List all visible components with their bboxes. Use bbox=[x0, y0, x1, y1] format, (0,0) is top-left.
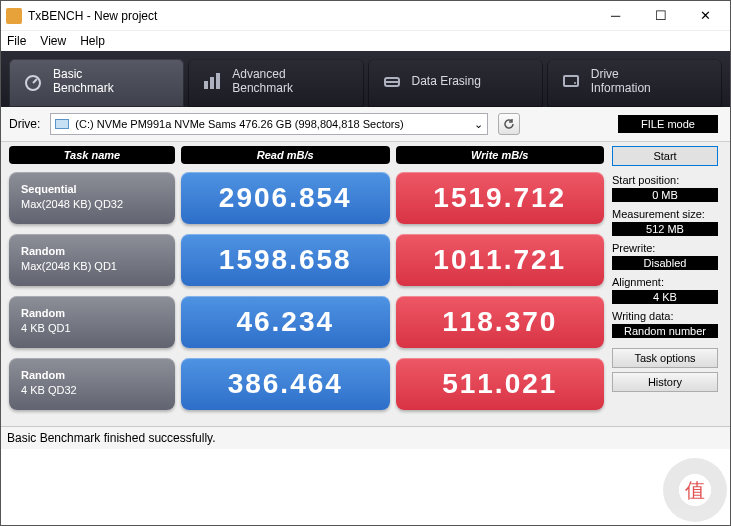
writing-data-label: Writing data: bbox=[612, 310, 718, 322]
svg-rect-3 bbox=[210, 77, 214, 89]
minimize-button[interactable]: ─ bbox=[593, 2, 638, 30]
refresh-button[interactable] bbox=[498, 113, 520, 135]
disk-icon bbox=[55, 119, 69, 129]
table-row: Random4 KB QD32 386.464 511.021 bbox=[9, 358, 604, 410]
tab-advanced-benchmark[interactable]: AdvancedBenchmark bbox=[188, 59, 363, 107]
menu-view[interactable]: View bbox=[40, 34, 66, 48]
write-value: 1011.721 bbox=[396, 234, 605, 286]
table-row: Random4 KB QD1 46.234 118.370 bbox=[9, 296, 604, 348]
drive-select[interactable]: (C:) NVMe PM991a NVMe Sams 476.26 GB (99… bbox=[50, 113, 488, 135]
history-button[interactable]: History bbox=[612, 372, 718, 392]
side-panel: Start Start position: 0 MB Measurement s… bbox=[612, 142, 730, 426]
read-value: 386.464 bbox=[181, 358, 390, 410]
drivebar: Drive: (C:) NVMe PM991a NVMe Sams 476.26… bbox=[1, 107, 730, 142]
svg-line-1 bbox=[33, 79, 37, 83]
svg-rect-7 bbox=[564, 76, 578, 86]
benchmark-grid: Task name Read mB/s Write mB/s Sequentia… bbox=[1, 142, 612, 426]
maximize-button[interactable]: ☐ bbox=[638, 2, 683, 30]
drive-label: Drive: bbox=[9, 117, 40, 131]
task-cell: SequentialMax(2048 KB) QD32 bbox=[9, 172, 175, 224]
write-value: 1519.712 bbox=[396, 172, 605, 224]
tab-drive-information[interactable]: DriveInformation bbox=[547, 59, 722, 107]
close-button[interactable]: ✕ bbox=[683, 2, 728, 30]
svg-point-8 bbox=[574, 82, 576, 84]
titlebar: TxBENCH - New project ─ ☐ ✕ bbox=[1, 1, 730, 31]
drive-icon bbox=[561, 71, 581, 91]
chevron-down-icon: ⌄ bbox=[474, 118, 483, 131]
table-row: RandomMax(2048 KB) QD1 1598.658 1011.721 bbox=[9, 234, 604, 286]
alignment-value[interactable]: 4 KB bbox=[612, 290, 718, 304]
bars-icon bbox=[202, 71, 222, 91]
task-cell: Random4 KB QD32 bbox=[9, 358, 175, 410]
prewrite-label: Prewrite: bbox=[612, 242, 718, 254]
task-cell: Random4 KB QD1 bbox=[9, 296, 175, 348]
alignment-label: Alignment: bbox=[612, 276, 718, 288]
gauge-icon bbox=[23, 71, 43, 91]
table-row: SequentialMax(2048 KB) QD32 2906.854 151… bbox=[9, 172, 604, 224]
watermark bbox=[663, 458, 727, 522]
app-icon bbox=[6, 8, 22, 24]
write-value: 118.370 bbox=[396, 296, 605, 348]
tab-data-erasing[interactable]: Data Erasing bbox=[368, 59, 543, 107]
menubar: File View Help bbox=[1, 31, 730, 51]
write-value: 511.021 bbox=[396, 358, 605, 410]
prewrite-value[interactable]: Disabled bbox=[612, 256, 718, 270]
file-mode-indicator: FILE mode bbox=[618, 115, 718, 133]
header-task: Task name bbox=[9, 146, 175, 164]
svg-rect-4 bbox=[216, 73, 220, 89]
drive-selected: (C:) NVMe PM991a NVMe Sams 476.26 GB (99… bbox=[75, 118, 474, 130]
header-write: Write mB/s bbox=[396, 146, 605, 164]
header-read: Read mB/s bbox=[181, 146, 390, 164]
measurement-size-label: Measurement size: bbox=[612, 208, 718, 220]
read-value: 1598.658 bbox=[181, 234, 390, 286]
tab-basic-benchmark[interactable]: BasicBenchmark bbox=[9, 59, 184, 107]
tabstrip: BasicBenchmark AdvancedBenchmark Data Er… bbox=[1, 51, 730, 107]
menu-help[interactable]: Help bbox=[80, 34, 105, 48]
svg-rect-2 bbox=[204, 81, 208, 89]
erase-icon bbox=[382, 71, 402, 91]
window-title: TxBENCH - New project bbox=[28, 9, 593, 23]
writing-data-value[interactable]: Random number bbox=[612, 324, 718, 338]
read-value: 2906.854 bbox=[181, 172, 390, 224]
start-position-value[interactable]: 0 MB bbox=[612, 188, 718, 202]
start-position-label: Start position: bbox=[612, 174, 718, 186]
status-bar: Basic Benchmark finished successfully. bbox=[1, 426, 730, 449]
task-options-button[interactable]: Task options bbox=[612, 348, 718, 368]
read-value: 46.234 bbox=[181, 296, 390, 348]
start-button[interactable]: Start bbox=[612, 146, 718, 166]
task-cell: RandomMax(2048 KB) QD1 bbox=[9, 234, 175, 286]
measurement-size-value[interactable]: 512 MB bbox=[612, 222, 718, 236]
menu-file[interactable]: File bbox=[7, 34, 26, 48]
